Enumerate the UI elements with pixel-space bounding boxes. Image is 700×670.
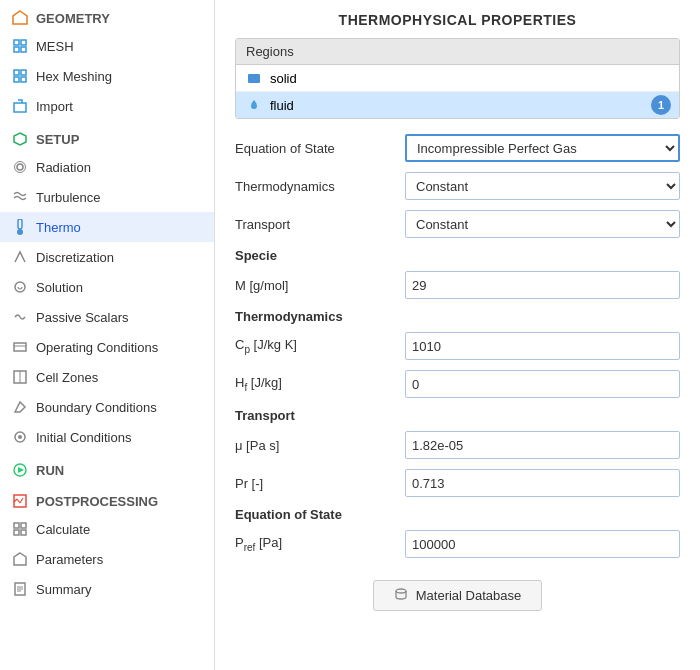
sidebar-item-postprocessing[interactable]: POSTPROCESSING [0, 483, 214, 514]
specie-section-title: Specie [235, 248, 680, 263]
svg-marker-0 [13, 11, 27, 24]
sidebar-item-solution[interactable]: Solution [0, 272, 214, 302]
pr-input[interactable] [405, 469, 680, 497]
equation-of-state-select[interactable]: Incompressible Perfect Gas Perfect Gas C… [405, 134, 680, 162]
svg-rect-38 [248, 74, 260, 83]
fluid-region-icon [246, 97, 262, 113]
sidebar-solution-label: Solution [36, 280, 83, 295]
pr-row: Pr [-] [235, 469, 680, 497]
run-icon [12, 462, 28, 478]
passive-scalars-icon [12, 309, 28, 325]
sidebar-calculate-label: Calculate [36, 522, 90, 537]
main-panel: THERMOPHYSICAL PROPERTIES Regions solid … [215, 0, 700, 670]
m-label: M [g/mol] [235, 278, 395, 293]
m-row: M [g/mol] [235, 271, 680, 299]
calculate-icon [12, 521, 28, 537]
sidebar-item-radiation[interactable]: Radiation [0, 152, 214, 182]
mesh-icon [12, 38, 28, 54]
svg-rect-17 [14, 343, 26, 351]
svg-rect-31 [14, 530, 19, 535]
thermodynamics-section-title: Thermodynamics [235, 309, 680, 324]
region-fluid[interactable]: fluid 1 [236, 92, 679, 118]
sidebar-run-label: RUN [36, 463, 64, 478]
pref-input[interactable] [405, 530, 680, 558]
cp-row: Cp [J/kg K] [235, 332, 680, 360]
sidebar-item-geometry[interactable]: GEOMETRY [0, 0, 214, 31]
regions-header: Regions [236, 39, 679, 65]
sidebar-item-initial-conditions[interactable]: Initial Conditions [0, 422, 214, 452]
postprocessing-icon [12, 493, 28, 509]
sidebar-item-summary[interactable]: Summary [0, 574, 214, 604]
sidebar-turbulence-label: Turbulence [36, 190, 101, 205]
svg-rect-30 [21, 523, 26, 528]
sidebar-item-thermo[interactable]: Thermo [0, 212, 214, 242]
cp-input[interactable] [405, 332, 680, 360]
parameters-icon [12, 551, 28, 567]
sidebar-item-operating-conditions[interactable]: Operating Conditions [0, 332, 214, 362]
material-db-icon [394, 587, 408, 604]
form-area: Equation of State Incompressible Perfect… [215, 129, 700, 631]
sidebar: GEOMETRY MESH Hex Meshing Import SETUP R… [0, 0, 215, 670]
hf-input[interactable] [405, 370, 680, 398]
svg-rect-13 [18, 219, 22, 229]
svg-line-28 [20, 498, 23, 503]
solid-region-icon [246, 70, 262, 86]
hex-meshing-icon [12, 68, 28, 84]
svg-rect-3 [14, 47, 19, 52]
svg-point-16 [15, 282, 25, 292]
sidebar-operating-conditions-label: Operating Conditions [36, 340, 158, 355]
sidebar-item-import[interactable]: Import [0, 91, 214, 121]
svg-line-27 [17, 499, 20, 503]
equation-of-state-label: Equation of State [235, 141, 395, 156]
pref-row: Pref [Pa] [235, 530, 680, 558]
mu-row: μ [Pa s] [235, 431, 680, 459]
transport-label: Transport [235, 217, 395, 232]
sidebar-item-cell-zones[interactable]: Cell Zones [0, 362, 214, 392]
equation-of-state-row: Equation of State Incompressible Perfect… [235, 134, 680, 162]
turbulence-icon [12, 189, 28, 205]
sidebar-import-label: Import [36, 99, 73, 114]
sidebar-item-discretization[interactable]: Discretization [0, 242, 214, 272]
sidebar-boundary-conditions-label: Boundary Conditions [36, 400, 157, 415]
page-title: THERMOPHYSICAL PROPERTIES [215, 0, 700, 38]
sidebar-item-mesh[interactable]: MESH [0, 31, 214, 61]
svg-rect-6 [21, 70, 26, 75]
sidebar-summary-label: Summary [36, 582, 92, 597]
sidebar-item-calculate[interactable]: Calculate [0, 514, 214, 544]
discretization-icon [12, 249, 28, 265]
sidebar-item-passive-scalars[interactable]: Passive Scalars [0, 302, 214, 332]
sidebar-item-hex-meshing[interactable]: Hex Meshing [0, 61, 214, 91]
svg-rect-4 [21, 47, 26, 52]
sidebar-item-parameters[interactable]: Parameters [0, 544, 214, 574]
transport-section-title: Transport [235, 408, 680, 423]
material-database-label: Material Database [416, 588, 522, 603]
eos-section-title: Equation of State [235, 507, 680, 522]
sidebar-setup-label: SETUP [36, 132, 79, 147]
geometry-icon [12, 10, 28, 26]
sidebar-postprocessing-label: POSTPROCESSING [36, 494, 158, 509]
m-input[interactable] [405, 271, 680, 299]
sidebar-item-run[interactable]: RUN [0, 452, 214, 483]
svg-point-22 [18, 435, 22, 439]
sidebar-item-turbulence[interactable]: Turbulence [0, 182, 214, 212]
svg-marker-24 [18, 467, 24, 473]
svg-point-11 [17, 164, 23, 170]
transport-select[interactable]: Constant Polynomial [405, 210, 680, 238]
sidebar-geometry-label: GEOMETRY [36, 11, 110, 26]
thermodynamics-label: Thermodynamics [235, 179, 395, 194]
cell-zones-icon [12, 369, 28, 385]
regions-box: Regions solid fluid 1 [235, 38, 680, 119]
material-database-button[interactable]: Material Database [373, 580, 543, 611]
hf-label: Hf [J/kg] [235, 375, 395, 393]
mu-label: μ [Pa s] [235, 438, 395, 453]
hf-row: Hf [J/kg] [235, 370, 680, 398]
mu-input[interactable] [405, 431, 680, 459]
sidebar-item-setup[interactable]: SETUP [0, 121, 214, 152]
boundary-conditions-icon [12, 399, 28, 415]
sidebar-item-boundary-conditions[interactable]: Boundary Conditions [0, 392, 214, 422]
region-solid[interactable]: solid [236, 65, 679, 92]
svg-rect-2 [21, 40, 26, 45]
svg-rect-7 [14, 77, 19, 82]
thermodynamics-select[interactable]: Constant Polynomial [405, 172, 680, 200]
sidebar-hex-meshing-label: Hex Meshing [36, 69, 112, 84]
